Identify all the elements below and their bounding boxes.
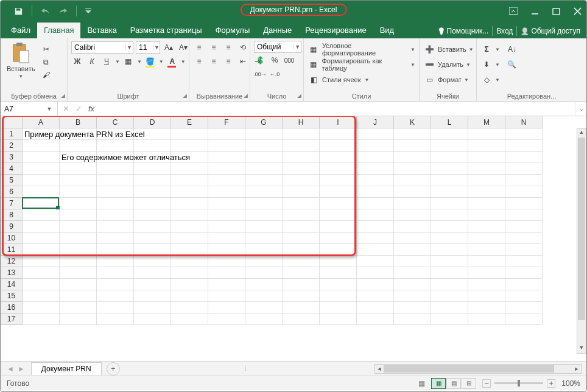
cell[interactable] <box>134 256 171 267</box>
conditional-formatting-button[interactable]: ▦Условное форматирование▼ <box>308 43 415 56</box>
cell[interactable] <box>320 152 357 163</box>
row-header[interactable]: 13 <box>1 267 23 279</box>
cell[interactable] <box>357 267 394 279</box>
italic-button[interactable]: К <box>86 55 98 68</box>
cell[interactable] <box>97 279 134 290</box>
column-header[interactable]: N <box>505 116 543 128</box>
cell[interactable] <box>134 186 171 198</box>
tell-me[interactable]: Помощник... <box>437 27 489 35</box>
row-header[interactable]: 2 <box>1 140 23 152</box>
cell[interactable] <box>468 233 505 244</box>
column-header[interactable]: E <box>171 116 208 128</box>
cell[interactable] <box>134 302 171 313</box>
cell[interactable] <box>60 244 97 256</box>
cell[interactable] <box>468 163 505 175</box>
cell[interactable] <box>505 140 543 152</box>
cell[interactable] <box>208 313 245 325</box>
undo-icon[interactable] <box>41 7 50 15</box>
sheet-nav-prev-icon[interactable]: ◄ <box>7 365 14 373</box>
close-icon[interactable] <box>574 7 582 15</box>
cell[interactable] <box>357 290 394 302</box>
row-header[interactable]: 8 <box>1 209 23 221</box>
column-header[interactable]: K <box>394 116 431 128</box>
cell[interactable] <box>505 267 543 279</box>
cell[interactable] <box>394 140 431 152</box>
cell[interactable] <box>171 140 208 152</box>
cell[interactable] <box>320 175 357 186</box>
cell[interactable] <box>245 279 283 290</box>
cell[interactable] <box>394 221 431 233</box>
cell[interactable] <box>97 163 134 175</box>
cell[interactable] <box>208 290 245 302</box>
cell[interactable] <box>60 198 97 209</box>
cell[interactable] <box>431 186 468 198</box>
cell[interactable] <box>23 233 60 244</box>
cell[interactable] <box>283 267 320 279</box>
cell[interactable] <box>245 267 283 279</box>
cell[interactable] <box>283 152 320 163</box>
cell[interactable] <box>60 267 97 279</box>
cell[interactable] <box>431 256 468 267</box>
font-launcher-icon[interactable]: ◢ <box>183 93 187 99</box>
cell[interactable] <box>171 267 208 279</box>
cell[interactable] <box>394 198 431 209</box>
cell[interactable] <box>283 140 320 152</box>
cell[interactable] <box>283 209 320 221</box>
cell[interactable] <box>23 175 60 186</box>
qat-customize-icon[interactable] <box>85 8 91 14</box>
clear-icon[interactable]: ◇ <box>480 74 493 86</box>
orientation-icon[interactable]: ⟲ <box>237 41 249 54</box>
cell[interactable] <box>23 290 60 302</box>
cell[interactable] <box>245 209 283 221</box>
cell[interactable] <box>208 279 245 290</box>
cell[interactable] <box>505 128 543 140</box>
cell[interactable] <box>431 290 468 302</box>
align-right-icon[interactable]: ≡ <box>222 55 234 68</box>
row-header[interactable]: 16 <box>1 302 23 313</box>
cell[interactable] <box>134 267 171 279</box>
sign-in[interactable]: Вход <box>496 27 513 35</box>
cell[interactable] <box>60 290 97 302</box>
cell[interactable] <box>97 221 134 233</box>
cell[interactable] <box>394 279 431 290</box>
cell[interactable] <box>431 198 468 209</box>
horizontal-scrollbar[interactable]: ◄ ► <box>374 364 582 374</box>
row-header[interactable]: 11 <box>1 244 23 256</box>
cell[interactable] <box>468 267 505 279</box>
column-header[interactable]: A <box>23 116 60 128</box>
enter-icon[interactable]: ✓ <box>76 104 82 113</box>
cell[interactable] <box>208 198 245 209</box>
cell[interactable] <box>245 152 283 163</box>
cell[interactable] <box>468 209 505 221</box>
row-header[interactable]: 14 <box>1 279 23 290</box>
minimize-icon[interactable] <box>531 7 539 15</box>
cell[interactable] <box>171 221 208 233</box>
cell[interactable] <box>505 313 543 325</box>
font-color-icon[interactable]: A <box>166 55 178 68</box>
tab-page-layout[interactable]: Разметка страницы <box>124 23 209 38</box>
align-bottom-icon[interactable]: ≡ <box>222 41 234 54</box>
cell[interactable] <box>97 267 134 279</box>
cell[interactable] <box>394 175 431 186</box>
cell[interactable] <box>60 175 97 186</box>
comma-icon[interactable]: 000 <box>283 54 295 66</box>
cell[interactable] <box>505 175 543 186</box>
cell[interactable] <box>431 221 468 233</box>
page-break-view-button[interactable]: ⊞ <box>462 378 476 389</box>
cell[interactable] <box>394 233 431 244</box>
cell[interactable] <box>208 186 245 198</box>
align-middle-icon[interactable]: ≡ <box>208 41 220 54</box>
cell[interactable] <box>134 163 171 175</box>
cell[interactable] <box>97 313 134 325</box>
cell[interactable] <box>320 198 357 209</box>
cell[interactable] <box>320 279 357 290</box>
cell[interactable] <box>97 140 134 152</box>
cell[interactable] <box>505 186 543 198</box>
cell[interactable] <box>283 313 320 325</box>
cell[interactable] <box>208 128 245 140</box>
cell[interactable] <box>394 163 431 175</box>
row-header[interactable]: 12 <box>1 256 23 267</box>
cell[interactable] <box>245 290 283 302</box>
cell[interactable] <box>431 152 468 163</box>
cell[interactable] <box>60 313 97 325</box>
